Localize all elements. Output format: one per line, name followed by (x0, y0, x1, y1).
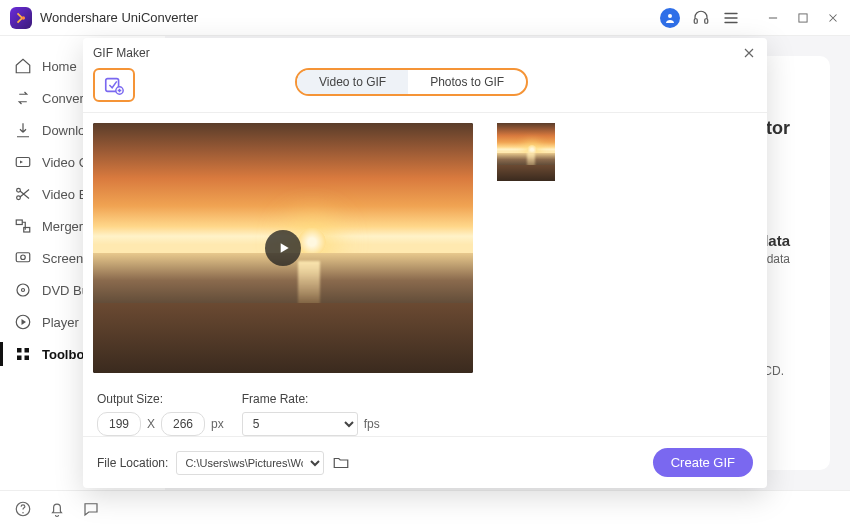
svg-rect-2 (694, 18, 697, 23)
bg-text-fragment: tor (766, 118, 790, 139)
download-icon (14, 121, 32, 139)
svg-point-13 (22, 289, 25, 292)
menu-icon[interactable] (722, 9, 740, 27)
player-icon (14, 313, 32, 331)
svg-rect-17 (17, 356, 22, 361)
output-height-input[interactable] (161, 412, 205, 436)
sidebar-item-label: Home (42, 59, 77, 74)
frame-rate-select[interactable]: 5 (242, 412, 358, 436)
file-location-select[interactable]: C:\Users\ws\Pictures\Wonders (176, 451, 324, 475)
gif-maker-modal: GIF Maker Video to GIF Photos to GIF Out… (83, 38, 767, 488)
play-icon[interactable] (265, 230, 301, 266)
app-title: Wondershare UniConverter (40, 10, 660, 25)
titlebar-right (660, 8, 840, 28)
home-icon (14, 57, 32, 75)
svg-point-20 (22, 512, 24, 514)
svg-point-0 (22, 16, 25, 20)
window-controls (766, 11, 840, 25)
add-media-button[interactable] (93, 68, 135, 102)
help-icon[interactable] (14, 500, 32, 518)
minimize-icon[interactable] (766, 11, 780, 25)
statusbar (0, 490, 850, 526)
thumbnail-list (497, 123, 757, 382)
app-logo (10, 7, 32, 29)
svg-rect-15 (17, 348, 22, 353)
file-location-group: File Location: C:\Users\ws\Pictures\Wond… (97, 451, 350, 475)
chat-icon[interactable] (82, 500, 100, 518)
disc-icon (14, 281, 32, 299)
user-avatar-icon[interactable] (660, 8, 680, 28)
modal-header: GIF Maker (83, 38, 767, 64)
compress-icon (14, 153, 32, 171)
mode-toggle: Video to GIF Photos to GIF (295, 68, 528, 96)
modal-tabs-row: Video to GIF Photos to GIF (83, 64, 767, 113)
output-width-input[interactable] (97, 412, 141, 436)
svg-rect-16 (25, 348, 30, 353)
frame-rate-group: Frame Rate: 5 fps (242, 392, 380, 436)
file-location-label: File Location: (97, 456, 168, 470)
output-size-label: Output Size: (97, 392, 224, 406)
modal-close-icon[interactable] (741, 45, 757, 61)
controls-row: Output Size: X px Frame Rate: 5 fps (83, 382, 767, 436)
headset-icon[interactable] (692, 9, 710, 27)
grid-icon (14, 345, 32, 363)
svg-point-12 (17, 284, 29, 296)
merger-icon (14, 217, 32, 235)
modal-footer: File Location: C:\Users\ws\Pictures\Wond… (83, 436, 767, 488)
px-unit: px (211, 417, 224, 431)
svg-rect-18 (25, 356, 30, 361)
svg-rect-3 (705, 18, 708, 23)
fps-unit: fps (364, 417, 380, 431)
titlebar: Wondershare UniConverter (0, 0, 850, 36)
svg-point-11 (21, 255, 26, 260)
record-icon (14, 249, 32, 267)
close-icon[interactable] (826, 11, 840, 25)
x-separator: X (147, 417, 155, 431)
frame-rate-label: Frame Rate: (242, 392, 380, 406)
converter-icon (14, 89, 32, 107)
svg-rect-10 (16, 253, 30, 262)
tab-photos-to-gif[interactable]: Photos to GIF (408, 70, 526, 94)
modal-title: GIF Maker (93, 46, 150, 60)
create-gif-button[interactable]: Create GIF (653, 448, 753, 477)
open-folder-icon[interactable] (332, 454, 350, 472)
thumbnail-item[interactable] (497, 123, 555, 181)
video-preview[interactable] (93, 123, 473, 373)
svg-rect-4 (799, 13, 807, 21)
output-size-group: Output Size: X px (97, 392, 224, 436)
bell-icon[interactable] (48, 500, 66, 518)
sidebar-item-label: Merger (42, 219, 83, 234)
modal-body (83, 113, 767, 382)
tab-video-to-gif[interactable]: Video to GIF (297, 70, 408, 94)
svg-rect-8 (16, 220, 22, 225)
svg-point-1 (668, 14, 672, 18)
sidebar-item-label: Player (42, 315, 79, 330)
scissors-icon (14, 185, 32, 203)
maximize-icon[interactable] (796, 11, 810, 25)
